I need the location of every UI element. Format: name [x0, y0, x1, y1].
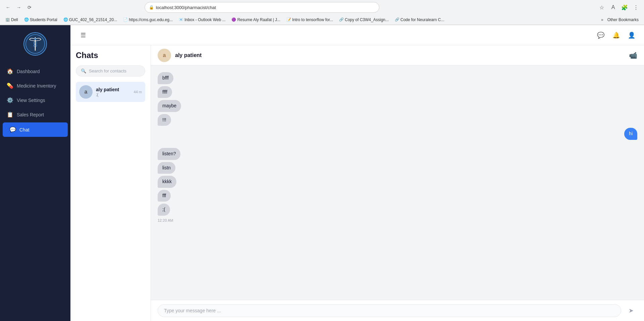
browser-toolbar: ← → ⟳ 🔒 localhost:3000/pharmacist/chat ☆…: [0, 0, 644, 15]
extensions-icon[interactable]: 🧩: [620, 3, 629, 12]
chat-user-avatar: a: [158, 49, 171, 62]
bookmark-neuralearn[interactable]: 🔗 Code for Neuralearn C...: [393, 17, 446, 23]
bookmark-students-label: Students Portal: [30, 17, 57, 22]
bookmark-cms-label: https://cms.guc.edu.eg...: [129, 17, 173, 22]
bookmark-c3w4[interactable]: 🔗 Copy of C3W4_Assign...: [337, 17, 391, 23]
sidebar: 🏠 Dashboard 💊 Medicine Inventory ⚙️ View…: [0, 25, 70, 321]
browser-chrome: ← → ⟳ 🔒 localhost:3000/pharmacist/chat ☆…: [0, 0, 644, 25]
bookmark-inbox[interactable]: 📧 Inbox - Outlook Web ...: [177, 17, 228, 23]
sidebar-sales-label: Sales Report: [17, 112, 44, 117]
more-options-icon[interactable]: ⋮: [631, 3, 641, 12]
bookmark-students-icon: 🌐: [24, 17, 29, 22]
chat-nav-icon: 💬: [9, 126, 16, 133]
message-8: kkkk: [158, 176, 176, 188]
send-icon: ➤: [629, 307, 634, 314]
bookmark-tensorflow-label: Intro to tensorflow for...: [292, 17, 333, 22]
report-icon: 📋: [7, 111, 13, 118]
bookmarks-bar: 🏢 Dell 🌐 Students Portal 🌐 GUC_402_56_21…: [0, 15, 644, 25]
app-logo: [22, 31, 49, 57]
search-icon: 🔍: [81, 68, 86, 73]
hamburger-icon: ☰: [80, 32, 86, 39]
message-3: maybe: [158, 100, 181, 112]
chat-avatar-initial: a: [163, 52, 166, 58]
bookmark-neuralearn-icon: 🔗: [395, 17, 399, 22]
bookmark-inbox-label: Inbox - Outlook Web ...: [184, 17, 226, 22]
bookmark-students-portal[interactable]: 🌐 Students Portal: [22, 17, 59, 23]
bookmark-tensorflow-icon: 📝: [286, 17, 291, 22]
bookmark-tensorflow[interactable]: 📝 Intro to tensorflow for...: [284, 17, 335, 23]
bookmark-inbox-icon: 📧: [179, 17, 183, 22]
bookmark-more-button[interactable]: »: [601, 17, 603, 22]
contact-item-aly-patient[interactable]: a aly patient ;( 44 m: [76, 82, 145, 102]
bookmark-guc-label: GUC_402_56_21514_20...: [69, 17, 117, 22]
hamburger-button[interactable]: ☰: [77, 29, 89, 41]
sidebar-item-sales-report[interactable]: 📋 Sales Report: [0, 107, 70, 122]
message-input-area: ➤: [151, 300, 644, 321]
nav-buttons: ← → ⟳: [3, 3, 34, 12]
bookmark-cms[interactable]: 📄 https://cms.guc.edu.eg...: [121, 17, 175, 23]
settings-icon: ⚙️: [7, 97, 13, 103]
message-2: ffff: [158, 86, 172, 98]
other-bookmarks[interactable]: Other Bookmarks: [605, 17, 641, 23]
notifications-button[interactable]: 🔔: [610, 30, 622, 41]
medicine-icon: 💊: [7, 83, 13, 89]
search-bar: 🔍: [76, 65, 145, 76]
contact-time: 44 m: [134, 90, 142, 94]
top-bar-actions: 💬 🔔 👤: [595, 30, 637, 41]
bookmark-resume-label: Resume Aly Raafat | J...: [237, 17, 280, 22]
bookmark-resume[interactable]: 🟣 Resume Aly Raafat | J...: [229, 17, 282, 23]
contact-avatar-initial: a: [85, 89, 88, 95]
chat-layout: Chats 🔍 a aly patient ;( 44 m: [70, 45, 644, 321]
bookmark-dell-icon: 🏢: [5, 17, 10, 22]
forward-button[interactable]: →: [14, 3, 23, 12]
contact-name: aly patient: [96, 87, 130, 92]
sidebar-chat-label: Chat: [19, 127, 30, 132]
security-icon: 🔒: [149, 5, 154, 10]
sidebar-item-medicine-inventory[interactable]: 💊 Medicine Inventory: [0, 78, 70, 93]
chat-icon-button[interactable]: 💬: [595, 30, 606, 41]
bookmark-dell[interactable]: 🏢 Dell: [3, 17, 20, 23]
reload-button[interactable]: ⟳: [25, 3, 34, 12]
search-input[interactable]: [89, 68, 140, 73]
back-button[interactable]: ←: [3, 3, 13, 12]
bookmark-c3w4-label: Copy of C3W4_Assign...: [345, 17, 389, 22]
message-1: bfff: [158, 72, 173, 84]
video-call-icon: 📹: [629, 52, 637, 59]
dashboard-icon: 🏠: [7, 68, 13, 74]
sidebar-dashboard-label: Dashboard: [17, 69, 40, 74]
message-input[interactable]: [158, 304, 621, 317]
sidebar-item-dashboard[interactable]: 🏠 Dashboard: [0, 64, 70, 78]
message-10: ;(: [158, 204, 170, 216]
bookmark-resume-icon: 🟣: [231, 17, 236, 22]
message-4: !!!: [158, 114, 171, 126]
sidebar-item-chat[interactable]: 💬 Chat: [3, 122, 68, 137]
send-button[interactable]: ➤: [625, 304, 637, 317]
contacts-panel: Chats 🔍 a aly patient ;( 44 m: [70, 45, 151, 321]
messages-area: bfff ffff maybe !!! hi listen? listn kkk…: [151, 65, 644, 300]
contact-avatar: a: [79, 85, 93, 99]
bookmark-cms-icon: 📄: [123, 17, 128, 22]
bookmark-guc[interactable]: 🌐 GUC_402_56_21514_20...: [61, 17, 119, 23]
contacts-title: Chats: [76, 51, 145, 60]
message-gap: [158, 142, 637, 146]
message-5: hi: [624, 128, 637, 140]
video-call-button[interactable]: 📹: [629, 51, 637, 59]
user-icon: 👤: [628, 32, 635, 39]
browser-menu-icon[interactable]: A: [608, 3, 618, 12]
chat-header-left: a aly patient: [158, 49, 202, 62]
bookmark-dell-label: Dell: [11, 17, 18, 22]
message-7: listn: [158, 162, 175, 174]
bookmark-c3w4-icon: 🔗: [339, 17, 344, 22]
sidebar-navigation: 🏠 Dashboard 💊 Medicine Inventory ⚙️ View…: [0, 64, 70, 138]
app-container: 🏠 Dashboard 💊 Medicine Inventory ⚙️ View…: [0, 25, 644, 321]
bookmark-star-icon[interactable]: ☆: [597, 3, 606, 12]
bookmark-neuralearn-label: Code for Neuralearn C...: [400, 17, 444, 22]
message-timestamp: 12:20 AM: [158, 218, 173, 222]
main-content: ☰ 💬 🔔 👤 Chats 🔍: [70, 25, 644, 321]
top-bar: ☰ 💬 🔔 👤: [70, 25, 644, 45]
contact-info: aly patient ;(: [96, 87, 130, 97]
chat-panel: a aly patient 📹 bfff ffff maybe !!! hi: [151, 45, 644, 321]
address-bar[interactable]: 🔒 localhost:3000/pharmacist/chat: [145, 2, 379, 13]
user-profile-button[interactable]: 👤: [626, 30, 637, 41]
sidebar-item-view-settings[interactable]: ⚙️ View Settings: [0, 93, 70, 107]
